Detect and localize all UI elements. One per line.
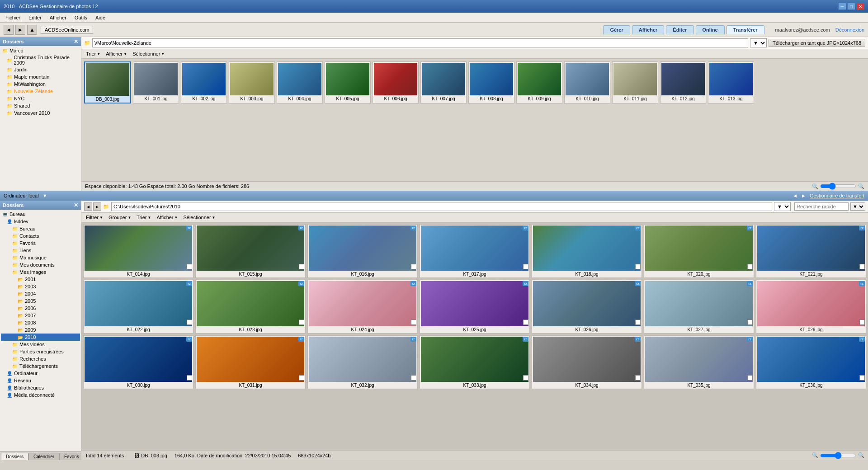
top-path-input[interactable]	[92, 38, 748, 47]
tree-item[interactable]: 📂2004	[1, 290, 80, 297]
maximize-btn[interactable]: □	[847, 3, 855, 10]
thumb-size-slider[interactable]	[820, 183, 856, 189]
thumb-checkbox[interactable]	[411, 264, 416, 269]
top-path-dropdown[interactable]: ▼	[750, 38, 767, 47]
thumb-checkbox[interactable]	[635, 264, 641, 269]
tree-item[interactable]: 📁Christmas Trucks Parade 2009	[1, 54, 80, 66]
tree-item[interactable]: 📂2005	[1, 297, 80, 305]
list-item[interactable]: DB_003.jpg	[84, 61, 131, 103]
list-item[interactable]: rz KT_030.jpg	[83, 335, 193, 389]
minimize-btn[interactable]: ─	[838, 3, 846, 10]
list-item[interactable]: KT_001.jpg	[133, 61, 179, 103]
bottom-nav-forward[interactable]: ►	[93, 202, 101, 211]
list-item[interactable]: rz KT_033.jpg	[420, 335, 530, 389]
tab-manage[interactable]: Gérer	[603, 25, 630, 34]
list-item[interactable]: rz KT_035.jpg	[644, 335, 754, 389]
list-item[interactable]: rz KT_031.jpg	[195, 335, 306, 389]
list-item[interactable]: rz KT_036.jpg	[756, 335, 866, 389]
list-item[interactable]: rz KT_020.jpg	[644, 224, 754, 278]
tree-item[interactable]: 📁MtWashington	[1, 80, 80, 88]
bottom-path-dropdown[interactable]: ▼	[774, 202, 791, 211]
close-btn[interactable]: ✕	[856, 3, 864, 10]
list-item[interactable]: KT_003.jpg	[229, 61, 275, 103]
tree-item[interactable]: 📁Recherches	[1, 355, 80, 362]
tree-item[interactable]: 📁Ma musique	[1, 254, 80, 261]
tree-item[interactable]: 👤Bibliothèques	[1, 384, 80, 391]
list-item[interactable]: rz KT_015.jpg	[195, 224, 306, 278]
tab-edit[interactable]: Éditer	[666, 25, 693, 34]
tree-item[interactable]: 📁Vancouver 2010	[1, 109, 80, 117]
bottom-select-btn[interactable]: Sélectionner ▼	[181, 214, 217, 221]
thumb-checkbox[interactable]	[187, 264, 192, 269]
bottom-thumb-size-slider[interactable]	[820, 452, 856, 459]
bottom-view-btn[interactable]: Afficher ▼	[155, 214, 179, 221]
list-item[interactable]: KT_013.jpg	[708, 61, 754, 103]
list-item[interactable]: rz KT_024.jpg	[307, 280, 418, 334]
list-item[interactable]: KT_007.jpg	[420, 61, 467, 103]
filter-btn[interactable]: Filtrer ▼	[84, 214, 105, 221]
tree-item[interactable]: 📁Nouvelle-Zélande	[1, 88, 80, 95]
nav-next-btn[interactable]: ►	[801, 193, 806, 198]
tree-item[interactable]: 📁Parties enregistrées	[1, 348, 80, 355]
bottom-folders-close-btn[interactable]: ✕	[74, 202, 78, 208]
menu-fichier[interactable]: Fichier	[2, 14, 24, 21]
tree-item[interactable]: 📁Favoris	[1, 240, 80, 247]
splitter-dropdown-arrow[interactable]: ▼	[42, 193, 47, 198]
tree-item[interactable]: 📁Contacts	[1, 232, 80, 240]
view-btn[interactable]: Afficher ▼	[104, 51, 129, 57]
tree-item[interactable]: 👤lsddev	[1, 218, 80, 225]
thumb-checkbox[interactable]	[747, 320, 753, 325]
thumb-checkbox[interactable]	[299, 264, 304, 269]
menu-outils[interactable]: Outils	[71, 14, 91, 21]
thumb-checkbox[interactable]	[411, 320, 416, 325]
list-item[interactable]: KT_009.jpg	[516, 61, 562, 103]
list-item[interactable]: rz KT_021.jpg	[756, 224, 866, 278]
tab-view[interactable]: Afficher	[632, 25, 665, 34]
tree-item[interactable]: 📁Shared	[1, 102, 80, 109]
list-item[interactable]: KT_011.jpg	[612, 61, 658, 103]
btab-favoris[interactable]: Favoris	[59, 453, 84, 460]
menu-aide[interactable]: Aide	[92, 14, 109, 21]
thumb-checkbox[interactable]	[747, 375, 753, 381]
thumb-checkbox[interactable]	[187, 375, 192, 381]
list-item[interactable]: rz KT_034.jpg	[532, 335, 642, 389]
thumb-checkbox[interactable]	[411, 375, 416, 381]
sort-btn[interactable]: Trier ▼	[84, 51, 102, 57]
tree-computer[interactable]: 💻 Bureau	[1, 211, 80, 218]
tree-item[interactable]: 👤Ordinateur	[1, 370, 80, 377]
nav-up-btn[interactable]: ▲	[27, 25, 37, 35]
bottom-nav-back[interactable]: ◄	[84, 202, 92, 211]
thumb-checkbox[interactable]	[635, 320, 641, 325]
list-item[interactable]: rz KT_025.jpg	[420, 280, 530, 334]
tab-transfer[interactable]: Transférer	[726, 25, 764, 34]
menu-editer[interactable]: Éditer	[25, 14, 45, 21]
tree-item[interactable]: 📂2008	[1, 319, 80, 326]
list-item[interactable]: rz KT_023.jpg	[195, 280, 306, 334]
list-item[interactable]: rz KT_032.jpg	[307, 335, 418, 389]
bottom-sort-btn[interactable]: Trier ▼	[135, 214, 153, 221]
menu-afficher[interactable]: Afficher	[46, 14, 70, 21]
thumb-checkbox[interactable]	[299, 320, 304, 325]
list-item[interactable]: KT_008.jpg	[468, 61, 514, 103]
disconnect-btn[interactable]: Déconnexion	[835, 27, 864, 33]
tree-item[interactable]: 📁Mes vidéos	[1, 341, 80, 348]
tree-item[interactable]: 📁Mes documents	[1, 261, 80, 268]
folders-close-btn[interactable]: ✕	[74, 38, 78, 45]
btab-calendrier[interactable]: Calendrier	[28, 453, 59, 460]
list-item[interactable]: rz KT_018.jpg	[532, 224, 642, 278]
nav-prev-btn[interactable]: ◄	[793, 193, 797, 198]
tree-item[interactable]: 📁Liens	[1, 247, 80, 254]
tree-item[interactable]: 📂2010	[1, 334, 80, 341]
tree-item[interactable]: 📂2003	[1, 283, 80, 290]
tree-item[interactable]: 📁Bureau	[1, 225, 80, 232]
thumb-checkbox[interactable]	[299, 375, 304, 381]
transfer-manager-btn[interactable]: Gestionnaire de transfert	[810, 193, 864, 198]
list-item[interactable]: rz KT_029.jpg	[756, 280, 866, 334]
list-item[interactable]: rz KT_014.jpg	[83, 224, 193, 278]
btab-dossiers[interactable]: Dossiers	[1, 453, 28, 460]
thumb-checkbox[interactable]	[635, 375, 641, 381]
tree-item[interactable]: 📂2007	[1, 312, 80, 319]
list-item[interactable]: KT_006.jpg	[373, 61, 419, 103]
tree-item[interactable]: 📂2006	[1, 305, 80, 312]
tree-item[interactable]: 📂2001	[1, 276, 80, 283]
